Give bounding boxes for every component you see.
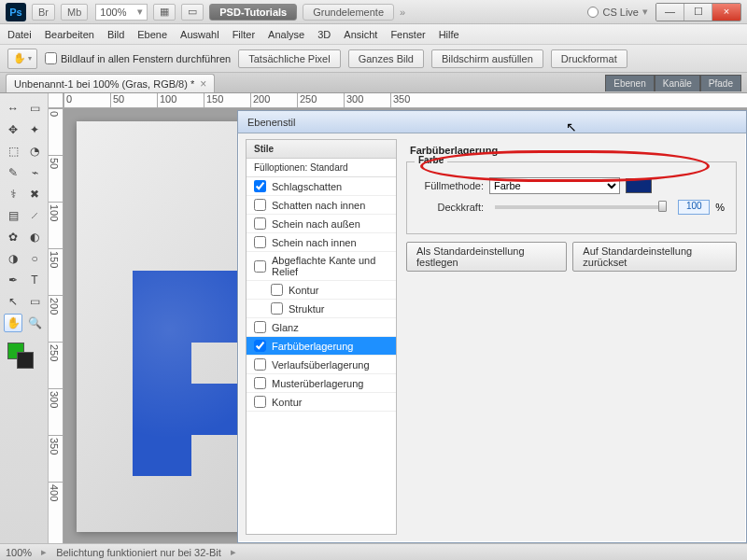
style-item-6[interactable]: Struktur xyxy=(247,300,396,318)
zoom-level[interactable]: 100%▾ xyxy=(95,4,148,21)
reset-default-button[interactable]: Auf Standardeinstellung zurückset xyxy=(572,242,737,272)
style-item-5[interactable]: Kontur xyxy=(247,281,396,300)
color-swatches[interactable] xyxy=(4,341,44,371)
zoom-tool[interactable]: 🔍 xyxy=(25,314,44,332)
fill-screen-button[interactable]: Bildschirm ausfüllen xyxy=(431,49,543,68)
style-item-0[interactable]: Schlagschatten xyxy=(247,177,396,196)
pen-tool[interactable]: ✒ xyxy=(4,271,22,289)
burn-tool[interactable]: ◐ xyxy=(25,228,44,246)
move-tool[interactable]: ↔ xyxy=(4,99,22,118)
sponge-tool[interactable]: ◑ xyxy=(4,249,22,268)
style-item-11[interactable]: Kontur xyxy=(247,393,396,412)
background-color[interactable] xyxy=(17,352,34,369)
rect-tool[interactable]: ▭ xyxy=(25,292,44,311)
style-item-7[interactable]: Glanz xyxy=(247,318,396,337)
dialog-titlebar[interactable]: Ebenenstil xyxy=(238,111,746,133)
cs-live-label: CS Live xyxy=(602,7,639,18)
menu-fenster[interactable]: Fenster xyxy=(390,29,425,40)
styles-header[interactable]: Stile xyxy=(247,140,396,159)
make-default-button[interactable]: Als Standardeinstellung festlegen xyxy=(406,242,567,272)
panel-tab-pfade[interactable]: Pfade xyxy=(700,75,741,91)
clone-tool[interactable]: ⚕ xyxy=(4,185,22,203)
wand-tool[interactable]: ✦ xyxy=(25,120,44,139)
document-tab[interactable]: Unbenannt-1 bei 100% (Gras, RGB/8) * × xyxy=(6,74,215,92)
menu-ebene[interactable]: Ebene xyxy=(137,29,167,40)
opacity-row: Deckkraft: 100 % xyxy=(418,200,725,215)
brush-tool[interactable]: ✎ xyxy=(4,163,22,182)
menu-bild[interactable]: Bild xyxy=(107,29,124,40)
type-tool[interactable]: T xyxy=(25,271,44,289)
style-checkbox[interactable] xyxy=(254,321,266,333)
bridge-button[interactable]: Br xyxy=(32,4,55,21)
shape-tool[interactable]: ○ xyxy=(25,249,44,268)
style-checkbox[interactable] xyxy=(254,217,266,230)
marquee-tool[interactable]: ▭ xyxy=(25,99,44,118)
group-legend: Farbe xyxy=(415,155,447,165)
menu-ansicht[interactable]: Ansicht xyxy=(344,29,377,40)
blendmode-select[interactable]: Farbe xyxy=(489,177,620,194)
more-workspaces-icon[interactable]: » xyxy=(400,7,405,18)
eyedropper-tool[interactable]: ◔ xyxy=(25,142,44,161)
path-tool[interactable]: ↖ xyxy=(4,292,22,311)
current-tool-icon[interactable]: ✋▾ xyxy=(7,49,37,69)
style-item-10[interactable]: Musterüberlagerung xyxy=(247,374,396,393)
style-item-9[interactable]: Verlaufsüberlagerung xyxy=(247,356,396,374)
status-zoom[interactable]: 100% xyxy=(6,547,32,558)
maximize-button[interactable]: ☐ xyxy=(684,4,712,21)
style-checkbox[interactable] xyxy=(254,396,266,408)
menu-filter[interactable]: Filter xyxy=(233,29,255,40)
chevron-right-icon[interactable]: ▸ xyxy=(41,546,47,558)
style-item-8[interactable]: Farbüberlagerung xyxy=(247,337,396,356)
chevron-right-icon[interactable]: ▸ xyxy=(231,546,236,558)
menu-bearbeiten[interactable]: Bearbeiten xyxy=(45,29,94,40)
eraser-tool[interactable]: ✖ xyxy=(25,185,44,203)
style-checkbox[interactable] xyxy=(254,358,266,371)
style-checkbox[interactable] xyxy=(254,180,266,192)
scroll-all-windows-check[interactable]: Bildlauf in allen Fenstern durchführen xyxy=(45,52,231,64)
close-tab-icon[interactable]: × xyxy=(200,77,206,91)
minibridge-button[interactable]: Mb xyxy=(61,4,88,21)
healing-tool[interactable]: ⌁ xyxy=(25,163,44,182)
hand-tool[interactable]: ✋ xyxy=(4,314,22,332)
style-item-1[interactable]: Schatten nach innen xyxy=(247,196,396,215)
print-size-button[interactable]: Druckformat xyxy=(551,49,627,68)
lasso-tool[interactable]: ✥ xyxy=(4,120,22,139)
style-checkbox[interactable] xyxy=(254,377,266,389)
menu-auswahl[interactable]: Auswahl xyxy=(180,29,219,40)
style-item-2[interactable]: Schein nach außen xyxy=(247,215,396,233)
blur-tool[interactable]: ⟋ xyxy=(25,206,44,225)
menu-analyse[interactable]: Analyse xyxy=(268,29,304,40)
workspace-inactive[interactable]: Grundelemente xyxy=(303,4,394,21)
close-button[interactable]: × xyxy=(712,4,740,21)
style-checkbox[interactable] xyxy=(254,340,266,352)
menu-3d[interactable]: 3D xyxy=(317,29,331,40)
style-item-3[interactable]: Schein nach innen xyxy=(247,233,396,252)
style-checkbox[interactable] xyxy=(254,199,266,211)
minimize-button[interactable]: — xyxy=(656,4,684,21)
menu-datei[interactable]: Datei xyxy=(7,29,32,40)
chevron-down-icon: ▾ xyxy=(642,6,648,18)
style-checkbox[interactable] xyxy=(254,236,266,248)
crop-tool[interactable]: ⬚ xyxy=(4,142,22,161)
actual-pixels-button[interactable]: Tatsächliche Pixel xyxy=(238,49,340,68)
fit-screen-button[interactable]: Ganzes Bild xyxy=(348,49,424,68)
fill-options[interactable]: Fülloptionen: Standard xyxy=(247,159,396,177)
style-item-4[interactable]: Abgeflachte Kante und Relief xyxy=(247,252,396,281)
workspace-active[interactable]: PSD-Tutorials xyxy=(209,4,297,21)
opacity-value[interactable]: 100 xyxy=(678,200,710,215)
gradient-tool[interactable]: ▤ xyxy=(4,206,22,225)
overlay-color-swatch[interactable] xyxy=(626,178,652,193)
dodge-tool[interactable]: ✿ xyxy=(4,228,22,246)
screen-mode-button[interactable]: ▭ xyxy=(181,4,204,21)
cs-live-button[interactable]: CS Live▾ xyxy=(587,6,648,18)
slider-knob[interactable] xyxy=(658,201,667,212)
opacity-label: Deckkraft: xyxy=(418,202,484,213)
panel-tab-ebenen[interactable]: Ebenen xyxy=(605,75,654,91)
style-checkbox[interactable] xyxy=(271,284,283,296)
style-checkbox[interactable] xyxy=(271,302,283,315)
arrange-docs-button[interactable]: ▦ xyxy=(153,4,176,21)
style-checkbox[interactable] xyxy=(254,260,266,273)
menu-hilfe[interactable]: Hilfe xyxy=(439,29,459,40)
panel-tab-kanaele[interactable]: Kanäle xyxy=(655,75,700,91)
opacity-slider[interactable] xyxy=(495,205,667,209)
